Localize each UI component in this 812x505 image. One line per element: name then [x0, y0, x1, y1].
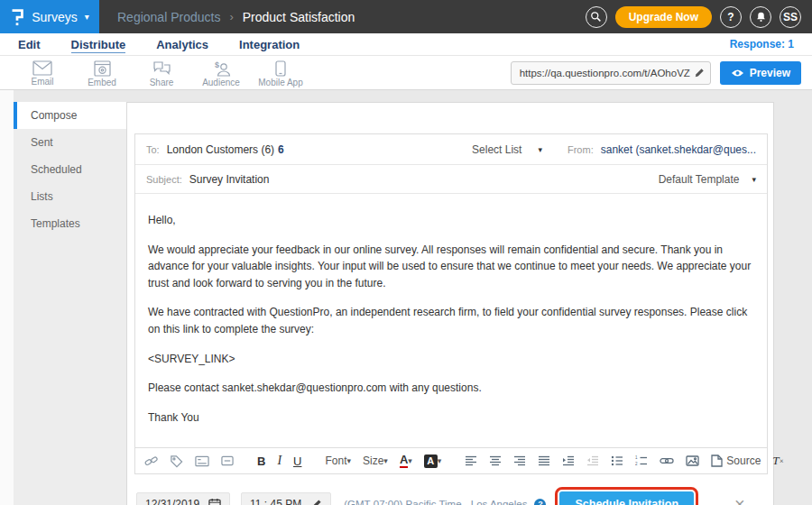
tag-icon [170, 454, 183, 468]
breadcrumb-parent[interactable]: Regional Products [117, 10, 220, 24]
italic-button[interactable]: I [277, 454, 281, 468]
from-label: From: [567, 144, 594, 155]
left-margin [0, 90, 14, 505]
survey-url-field[interactable]: https://qa.questionpro.com/t/AOhoVZfqml [511, 61, 711, 85]
surveys-menu[interactable]: Surveys ▾ [0, 0, 99, 33]
questionpro-logo-icon [10, 8, 24, 26]
underline-button[interactable]: U [293, 454, 301, 468]
button-widget-button[interactable] [221, 455, 234, 466]
breadcrumb-current: Product Satisfaction [243, 10, 355, 24]
tag-button[interactable] [170, 454, 183, 468]
bell-icon [755, 11, 767, 23]
notifications-button[interactable] [750, 6, 771, 28]
background-color-button[interactable]: A ▾ [424, 454, 442, 468]
tab-distribute[interactable]: Distribute [71, 36, 126, 53]
pencil-icon [694, 68, 705, 78]
select-list-dropdown[interactable]: Select List ▾ [472, 143, 542, 156]
align-left-icon [465, 455, 477, 466]
card-button[interactable] [195, 455, 209, 467]
header-actions: Upgrade Now ? SS [586, 6, 812, 28]
subject-value[interactable]: Survey Invitation [189, 173, 270, 186]
svg-text:1: 1 [635, 455, 638, 460]
sidebar-item-sent[interactable]: Sent [14, 129, 126, 156]
text-color-button[interactable]: A ▾ [400, 454, 412, 468]
breadcrumb: Regional Products › Product Satisfaction [117, 10, 355, 24]
body-paragraph: <SURVEY_LINK> [148, 351, 754, 368]
timezone-label: (GMT-07:00) Pacific Time - Los Angeles [344, 499, 527, 505]
toolbar-item-embed[interactable]: Embed [72, 59, 132, 87]
justify-icon [538, 455, 550, 466]
sidebar-item-templates[interactable]: Templates [14, 210, 126, 237]
justify-button[interactable] [538, 455, 550, 466]
remove-format-button[interactable]: T× [772, 454, 784, 468]
from-value[interactable]: sanket (sanket.shekdar@ques... [601, 143, 756, 156]
eye-icon [731, 69, 744, 78]
template-dropdown[interactable]: Default Template ▾ [659, 173, 756, 186]
chevron-down-icon: ▾ [85, 13, 89, 22]
insert-link-button[interactable] [660, 456, 674, 465]
survey-nav-tabs: Edit Distribute Analytics Integration Re… [0, 33, 812, 56]
avatar[interactable]: SS [780, 6, 801, 28]
subject-label: Subject: [146, 174, 182, 185]
app-header: Surveys ▾ Regional Products › Product Sa… [0, 0, 812, 33]
sidebar-item-lists[interactable]: Lists [14, 183, 126, 210]
edit-url-button[interactable] [694, 68, 705, 78]
indent-icon [562, 455, 575, 466]
toolbar-item-audience[interactable]: $ Audience [191, 59, 251, 87]
help-button[interactable]: ? [720, 6, 742, 28]
chain-link-icon [144, 454, 158, 468]
time-picker[interactable]: 11 : 45 PM [241, 492, 331, 505]
body-paragraph: Thank You [148, 409, 754, 427]
preview-button[interactable]: Preview [720, 61, 801, 85]
align-right-icon [513, 455, 526, 466]
tab-analytics[interactable]: Analytics [156, 36, 208, 52]
outdent-button[interactable] [586, 455, 599, 466]
align-center-button[interactable] [489, 455, 502, 466]
to-value[interactable]: London Customers (6) [167, 143, 274, 156]
upgrade-now-button[interactable]: Upgrade Now [615, 6, 712, 28]
align-center-icon [489, 455, 502, 466]
body-paragraph: We have contracted with QuestionPro, an … [148, 304, 754, 337]
product-menu-label: Surveys [32, 10, 78, 24]
email-body-editor[interactable]: Hello, We would appreciate your feedback… [135, 194, 767, 447]
time-value: 11 : 45 PM [250, 498, 301, 505]
close-icon[interactable]: × [734, 495, 745, 505]
bullet-list-button[interactable] [611, 455, 623, 466]
pencil-icon [310, 499, 322, 505]
size-dropdown[interactable]: Size ▾ [363, 454, 388, 467]
email-icon [32, 60, 52, 76]
response-count[interactable]: Response: 1 [730, 38, 794, 50]
source-button[interactable]: Source [711, 454, 761, 467]
toolbar-item-mobile-app[interactable]: Mobile App [251, 59, 310, 87]
body-paragraph: Please contact sanket.shekdar@questionpr… [148, 380, 754, 397]
compose-sidebar: Compose Sent Scheduled Lists Templates [14, 102, 126, 505]
tab-edit[interactable]: Edit [18, 36, 41, 52]
search-button[interactable] [586, 6, 607, 28]
to-label: To: [146, 144, 160, 155]
toolbar-item-email[interactable]: Email [13, 59, 72, 87]
indent-button[interactable] [562, 455, 575, 466]
sidebar-item-compose[interactable]: Compose [14, 102, 126, 129]
sidebar-item-scheduled[interactable]: Scheduled [14, 156, 126, 183]
help-icon: ? [727, 11, 734, 23]
schedule-invitation-button[interactable]: Schedule Invitation [559, 491, 694, 505]
audience-icon: $ [212, 60, 231, 77]
font-dropdown[interactable]: Font ▾ [325, 454, 351, 467]
share-icon [152, 60, 171, 77]
avatar-initials: SS [783, 11, 798, 23]
date-picker[interactable]: 12/31/2019 [136, 492, 230, 505]
bold-button[interactable]: B [257, 454, 265, 468]
mobile-app-icon [275, 60, 286, 77]
insert-image-button[interactable] [686, 455, 699, 466]
chain-link-button[interactable] [144, 454, 158, 468]
schedule-row: 12/31/2019 11 : 45 PM (GMT-07:00) Pacifi… [136, 487, 773, 505]
card-icon [195, 455, 209, 467]
numbered-list-button[interactable]: 1 2 [635, 455, 648, 466]
align-right-button[interactable] [513, 455, 526, 466]
compose-panel: To: London Customers (6) 6 Select List ▾… [126, 102, 774, 505]
align-left-button[interactable] [465, 455, 477, 466]
tab-integration[interactable]: Integration [239, 36, 300, 52]
toolbar-item-share[interactable]: Share [132, 59, 191, 87]
chevron-down-icon: ▾ [538, 145, 542, 154]
timezone-help-icon[interactable]: ? [534, 499, 546, 505]
